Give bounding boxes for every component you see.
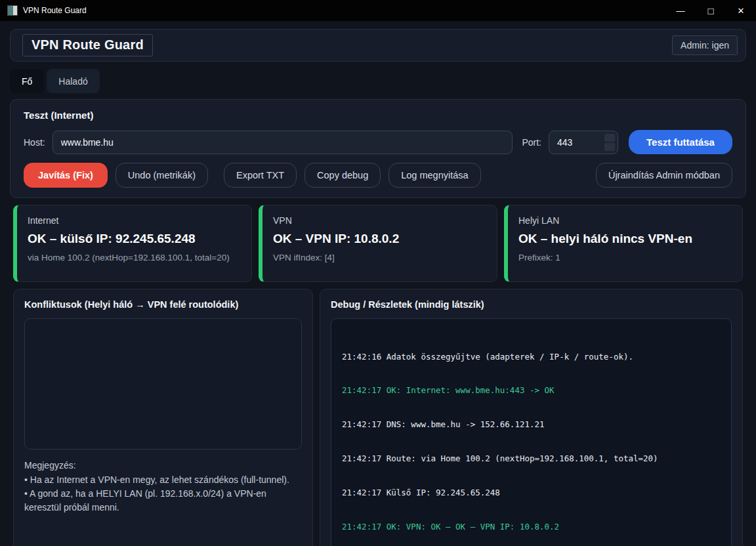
card-title: Helyi LAN — [518, 215, 732, 226]
card-status: OK – VPN IP: 10.8.0.2 — [273, 232, 486, 246]
fix-button[interactable]: Javítás (Fix) — [24, 163, 108, 188]
status-cards-row: Internet OK – külső IP: 92.245.65.248 vi… — [13, 205, 743, 282]
debug-panel: Debug / Részletek (mindig látszik) 21:42… — [320, 289, 743, 546]
card-status: OK – helyi háló nincs VPN-en — [518, 232, 732, 246]
conflicts-panel: Konfliktusok (Helyi háló → VPN felé rout… — [13, 289, 313, 546]
tab-halado[interactable]: Haladó — [47, 69, 99, 93]
copy-debug-button[interactable]: Copy debug — [304, 163, 381, 188]
tab-bar: Fő Haladó — [10, 69, 746, 93]
debug-log[interactable]: 21:42:16 Adatok összegyűjtve (adapterek … — [331, 318, 732, 546]
log-line: 21:42:17 Külső IP: 92.245.65.248 — [342, 487, 721, 498]
log-line: 21:42:17 OK: VPN: OK – OK – VPN IP: 10.8… — [342, 521, 721, 532]
minimize-button[interactable]: — — [665, 0, 696, 21]
bottom-panels: Konfliktusok (Helyi háló → VPN felé rout… — [13, 289, 743, 546]
test-section-title: Teszt (Internet) — [24, 110, 732, 121]
tab-fo[interactable]: Fő — [10, 69, 44, 93]
card-detail: via Home 100.2 (nextHop=192.168.100.1, t… — [28, 251, 241, 264]
run-test-button[interactable]: Teszt futtatása — [629, 130, 732, 154]
host-label: Host: — [24, 137, 45, 148]
admin-badge: Admin: igen — [672, 35, 738, 55]
card-title: Internet — [28, 215, 241, 226]
titlebar: VPN Route Guard — □ ✕ — [0, 0, 756, 21]
note-line: • A gond az, ha a HELYI LAN (pl. 192.168… — [24, 487, 302, 514]
card-detail: Prefixek: 1 — [518, 251, 732, 264]
host-input[interactable] — [52, 131, 513, 154]
maximize-button[interactable]: □ — [696, 0, 726, 21]
main-content: VPN Route Guard Admin: igen Fő Haladó Te… — [0, 21, 756, 546]
port-stepper — [549, 131, 618, 154]
log-line: 21:42:17 Route: via Home 100.2 (nextHop=… — [342, 453, 721, 464]
close-button[interactable]: ✕ — [726, 0, 756, 21]
card-status: OK – külső IP: 92.245.65.248 — [28, 232, 241, 246]
app-title: VPN Route Guard — [22, 34, 153, 56]
port-spin-up-icon[interactable] — [604, 134, 615, 142]
note-line: Megjegyzés: — [24, 459, 302, 472]
log-line: 21:42:17 DNS: www.bme.hu -> 152.66.121.2… — [342, 419, 721, 430]
open-log-button[interactable]: Log megnyitása — [388, 163, 480, 188]
port-spin-down-icon[interactable] — [604, 143, 615, 151]
app-icon — [7, 5, 18, 16]
header-card: VPN Route Guard Admin: igen — [10, 29, 746, 62]
card-title: VPN — [273, 215, 486, 226]
status-card-lan: Helyi LAN OK – helyi háló nincs VPN-en P… — [504, 205, 743, 282]
undo-button[interactable]: Undo (metrikák) — [116, 163, 208, 188]
port-label: Port: — [522, 137, 541, 148]
host-row: Host: Port: Teszt futtatása — [24, 130, 732, 154]
conflicts-title: Konfliktusok (Helyi háló → VPN felé rout… — [24, 299, 302, 310]
log-line: 21:42:17 OK: Internet: www.bme.hu:443 ->… — [342, 385, 721, 396]
window-title: VPN Route Guard — [23, 6, 665, 15]
debug-title: Debug / Részletek (mindig látszik) — [331, 299, 732, 310]
status-card-vpn: VPN OK – VPN IP: 10.8.0.2 VPN ifIndex: [… — [259, 205, 497, 282]
conflicts-notes: Megjegyzés: • Ha az Internet a VPN-en me… — [24, 459, 302, 515]
action-button-row: Javítás (Fix) Undo (metrikák) Export TXT… — [24, 163, 732, 188]
test-section: Teszt (Internet) Host: Port: Teszt futta… — [10, 99, 746, 198]
card-detail: VPN ifIndex: [4] — [273, 251, 486, 264]
log-line: 21:42:16 Adatok összegyűjtve (adapterek … — [342, 351, 721, 362]
restart-admin-button[interactable]: Újraindítás Admin módban — [596, 163, 732, 188]
note-line: • Ha az Internet a VPN-en megy, az lehet… — [24, 473, 302, 487]
conflicts-list[interactable] — [24, 318, 302, 450]
status-card-internet: Internet OK – külső IP: 92.245.65.248 vi… — [13, 205, 252, 282]
export-txt-button[interactable]: Export TXT — [224, 163, 297, 188]
